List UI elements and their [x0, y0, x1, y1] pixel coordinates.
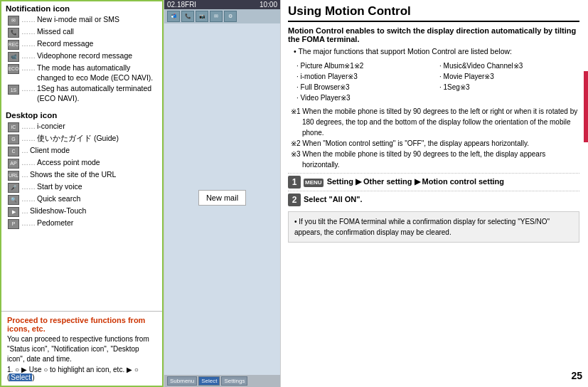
step1-section: 1 MENU Setting ▶ Other setting ▶ Motion … — [288, 173, 579, 189]
proceed-step: 1. ○ ▶ Use ○ to highlight an icon, etc. … — [7, 366, 156, 381]
list-item: 🎤 …… Start by voice — [6, 182, 158, 193]
missed-call-icon: 📞 — [6, 27, 21, 38]
list-item: 🔍 …… Quick search — [6, 194, 158, 205]
phone-icon-5: ⚙ — [224, 11, 237, 22]
step1-text: MENU Setting ▶ Other setting ▶ Motion co… — [304, 176, 504, 188]
note-list: ※1 When the mobile phone is tilted by 90… — [291, 106, 579, 170]
left-panel: Notification icon ✉ …… New i-mode mail o… — [0, 0, 164, 387]
list-item: AP …… Access point mode — [6, 158, 158, 169]
phone-screen: 02.18FRI 10:00 📬 📞 📷 ✉ ⚙ New mail Submen… — [164, 0, 280, 387]
phone-date: 02.18FRI — [167, 1, 196, 9]
phone-icon-3: 📷 — [196, 11, 208, 22]
step2-number: 2 — [288, 194, 301, 206]
phone-icon-4: ✉ — [210, 11, 223, 22]
select-label: Select — [9, 373, 32, 381]
phone-time: 10:00 — [260, 1, 277, 9]
bullet-list: • The major functions that support Motio… — [294, 46, 579, 58]
left-top: Notification icon ✉ …… New i-mode mail o… — [1, 1, 162, 311]
list-item: G …… 使いかたガイド (Guide) — [6, 134, 158, 144]
settings-button[interactable]: Settings — [221, 376, 247, 386]
sub-item-2: · Music&Video Channel※3 — [439, 61, 579, 71]
sub-item-7: · Video Player※3 — [296, 93, 437, 103]
sub-item-5: · Full Browser※3 — [296, 83, 437, 92]
note-item-2: ※2 When "Motion control setting" is "OFF… — [291, 138, 579, 149]
sub-item-1: · Picture Album※1※2 — [296, 61, 437, 71]
desktop-section: Desktop icon iC …… i-concier G …… 使いかたガイ… — [1, 108, 162, 233]
step2-text: Select "All ON". — [304, 194, 363, 206]
1seg-icon: 1S — [6, 84, 21, 95]
voice-icon: 🎤 — [6, 182, 21, 193]
desktop-header: Desktop icon — [6, 111, 158, 120]
access-point-icon: AP — [6, 158, 21, 169]
phone-icon-2: 📞 — [181, 11, 194, 22]
list-item: ▶ … Slideshow-Touch — [6, 206, 158, 217]
bullet-item-1: • The major functions that support Motio… — [294, 46, 579, 57]
slideshow-icon: ▶ — [6, 206, 21, 217]
select-button[interactable]: Select — [198, 376, 220, 386]
list-item: C … Client mode — [6, 146, 158, 157]
right-panel: Basic Operation Using Motion Control Mot… — [281, 0, 588, 387]
step1-number: 1 — [288, 176, 301, 189]
notification-section: Notification icon ✉ …… New i-mode mail o… — [1, 1, 162, 108]
list-item: 📹 …… Videophone record message — [6, 51, 158, 62]
notification-header: Notification icon — [6, 4, 158, 13]
proceed-area: Proceed to respective functions from ico… — [1, 311, 162, 386]
proceed-header: Proceed to respective functions from ico… — [7, 316, 156, 333]
sub-item-3: · i-motion Player※3 — [296, 72, 437, 82]
eco-mode-icon: ECO — [6, 63, 21, 74]
list-item: iC …… i-concier — [6, 122, 158, 132]
phone-statusbar: 02.18FRI 10:00 — [164, 0, 280, 9]
page-title: Using Motion Control — [288, 4, 579, 22]
list-item: URL … Shows the site of the URL — [6, 170, 158, 181]
sub-item-6: · 1Seg※3 — [439, 83, 579, 92]
page-number: 25 — [571, 370, 582, 381]
pedometer-icon: P — [6, 218, 21, 229]
left-main: Notification icon ✉ …… New i-mode mail o… — [1, 1, 162, 386]
sub-items-grid: · Picture Album※1※2 · Music&Video Channe… — [296, 61, 579, 103]
phone-panel: 02.18FRI 10:00 📬 📞 📷 ✉ ⚙ New mail Submen… — [164, 0, 281, 387]
list-item: ECO …… The mode has automatically change… — [6, 63, 158, 83]
guide-icon: G — [6, 134, 21, 144]
note-item-1: ※1 When the mobile phone is tilted by 90… — [291, 106, 579, 138]
i-concier-icon: iC — [6, 122, 21, 132]
client-mode-icon: C — [6, 146, 21, 157]
url-icon: URL — [6, 170, 21, 181]
side-tab: Basic Operation — [584, 71, 588, 142]
list-item: 📞 …… Missed call — [6, 27, 158, 38]
phone-main-area: New mail — [164, 23, 280, 375]
sub-item-4: · Movie Player※3 — [439, 72, 579, 82]
list-item: P …… Pedometer — [6, 218, 158, 229]
note-item-3: ※3 When the mobile phone is tilted by 90… — [291, 149, 579, 170]
phone-icons-row: 📬 📞 📷 ✉ ⚙ — [164, 9, 280, 23]
phone-bottom-bar: Submenu Select Settings — [164, 375, 280, 387]
phone-icon-1: 📬 — [167, 11, 180, 22]
step2-section: 2 Select "All ON". — [288, 191, 579, 206]
quick-search-icon: 🔍 — [6, 194, 21, 205]
list-item: ✉ …… New i-mode mail or SMS — [6, 15, 158, 26]
new-mail-icon: ✉ — [6, 15, 21, 26]
list-item: 1S …… 1Seg has automatically terminated … — [6, 84, 158, 103]
submenu-button[interactable]: Submenu — [167, 376, 197, 386]
list-item: REC …… Record message — [6, 39, 158, 50]
info-box: • If you tilt the FOMA terminal while a … — [288, 211, 579, 243]
proceed-text: You can proceed to respective functions … — [7, 334, 156, 364]
menu-icon: MENU — [304, 179, 324, 187]
record-message-icon: REC — [6, 39, 21, 50]
videophone-icon: 📹 — [6, 51, 21, 62]
new-mail-banner: New mail — [198, 190, 246, 206]
motion-subtitle: Motion Control enables to switch the dis… — [288, 26, 579, 43]
sub-item-8 — [439, 93, 579, 103]
